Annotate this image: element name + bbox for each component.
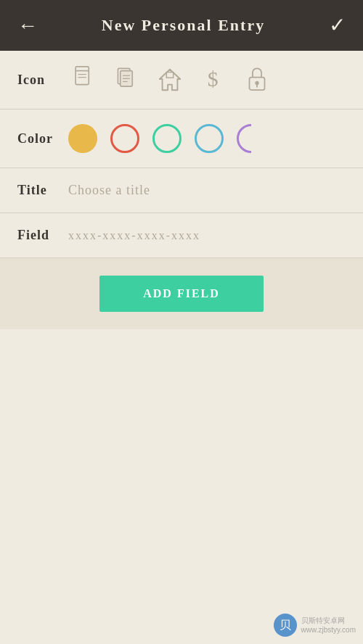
header: ← New Personal Entry ✓ xyxy=(0,0,363,51)
add-field-section: ADD FIELD xyxy=(0,258,363,329)
icon-label: Icon xyxy=(17,73,68,88)
home-icon[interactable] xyxy=(155,65,184,94)
add-field-button[interactable]: ADD FIELD xyxy=(99,276,264,312)
title-row: Title xyxy=(0,168,363,213)
lock-icon[interactable] xyxy=(242,65,272,94)
watermark-text: 贝斯特安卓网 www.zjbstyy.com xyxy=(301,616,356,635)
field-label: Field xyxy=(17,228,68,243)
header-title: New Personal Entry xyxy=(102,16,265,35)
color-row: Color xyxy=(0,110,363,168)
title-label: Title xyxy=(17,183,68,198)
watermark-icon: 贝 xyxy=(274,614,297,637)
main-body xyxy=(0,329,363,644)
title-input[interactable] xyxy=(68,183,346,198)
back-button[interactable]: ← xyxy=(17,15,38,36)
color-label: Color xyxy=(17,131,68,146)
color-red[interactable] xyxy=(110,124,139,153)
color-purple-partial[interactable] xyxy=(237,124,251,153)
color-options xyxy=(68,124,346,153)
color-blue[interactable] xyxy=(195,124,224,153)
svg-rect-10 xyxy=(166,73,173,78)
confirm-button[interactable]: ✓ xyxy=(329,15,346,36)
svg-rect-0 xyxy=(76,67,89,85)
watermark: 贝 贝斯特安卓网 www.zjbstyy.com xyxy=(274,614,356,637)
card-icon[interactable] xyxy=(68,65,97,94)
color-green[interactable] xyxy=(152,124,182,153)
svg-text:$: $ xyxy=(208,67,219,91)
document-icon[interactable] xyxy=(112,65,141,94)
icon-row: Icon xyxy=(0,51,363,110)
dollar-icon[interactable]: $ xyxy=(199,65,228,94)
field-placeholder: xxxx-xxxx-xxxx-xxxx xyxy=(68,229,200,242)
icon-options: $ xyxy=(68,65,346,94)
color-yellow[interactable] xyxy=(68,124,97,153)
svg-point-13 xyxy=(255,81,258,85)
field-row: Field xxxx-xxxx-xxxx-xxxx xyxy=(0,213,363,258)
